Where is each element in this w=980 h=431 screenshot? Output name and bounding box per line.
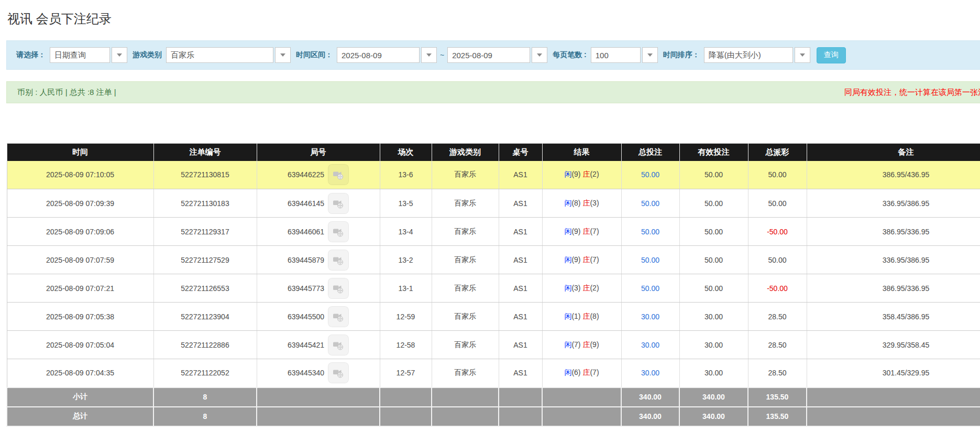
date-from-picker[interactable] [337,47,437,63]
video-replay-button[interactable] [328,306,349,327]
per-page-select[interactable] [591,47,658,63]
result-player-label: 闲 [564,312,571,320]
cell-result: 闲(3) 庄(2) [542,274,621,303]
result-player-label: 闲 [564,170,571,178]
cell-payout: 50.00 [748,246,807,274]
cell-session: 12-59 [380,303,432,331]
video-camera-icon [332,339,345,351]
video-replay-button[interactable] [328,221,349,242]
totals-valid-bet: 340.00 [679,407,748,426]
table-row: 2025-08-09 07:09:39 522721130183 6394461… [7,189,980,218]
cell-table-no: AS1 [499,246,542,274]
date-from-dropdown-button[interactable] [421,47,437,63]
video-replay-button[interactable] [328,278,349,299]
video-replay-button[interactable] [328,362,349,383]
cell-valid-bet: 50.00 [679,189,748,218]
result-player-label: 闲 [564,227,571,235]
time-range-label: 时间区间： [296,50,333,60]
cell-valid-bet: 50.00 [679,161,748,189]
video-replay-button[interactable] [328,335,349,355]
time-sort-dropdown-button[interactable] [795,47,810,63]
round-id-text: 639446225 [288,170,324,179]
cell-bet-id: 522721122052 [153,359,257,387]
cell-game-type: 百家乐 [432,331,499,359]
date-from-input[interactable] [337,47,420,63]
total-bet-link[interactable]: 50.00 [641,199,659,208]
date-to-picker[interactable] [447,47,547,63]
video-replay-button[interactable] [328,193,349,214]
valid-bet-notice: 同局有效投注，统一计算在该局第一张注单 [844,88,980,98]
round-id-text: 639446061 [288,228,324,236]
game-type-label: 游戏类别 [133,50,162,60]
date-to-dropdown-button[interactable] [532,47,547,63]
chevron-down-icon [537,53,542,57]
cell-bet-id: 522721122886 [153,331,257,359]
totals-empty-game [432,407,499,426]
cell-table-no: AS1 [499,359,542,387]
game-type-input[interactable] [166,47,273,63]
cell-payout: -50.00 [748,274,807,303]
total-bet-link[interactable]: 30.00 [641,341,659,349]
result-player-score: (3) [571,284,580,292]
totals-row: 总计 8 340.00 340.00 135.50 [7,407,980,426]
time-sort-input[interactable] [704,47,793,63]
video-replay-button[interactable] [328,164,349,185]
cell-round-id: 639445500 [257,303,380,331]
total-bet-link[interactable]: 50.00 [641,256,659,264]
total-bet-link[interactable]: 50.00 [641,284,659,293]
cell-bet-id: 522721123904 [153,303,257,331]
round-id-text: 639445340 [288,369,324,377]
page: 视讯 会员下注纪录 请选择： 游戏类别 时间区间： ~ 每页笔数 : 时间排序： [0,10,980,427]
totals-empty-session [380,407,432,426]
video-replay-button[interactable] [328,250,349,271]
total-bet-link[interactable]: 30.00 [641,369,659,377]
cell-payout: 28.50 [748,331,807,359]
cell-table-no: AS1 [499,331,542,359]
per-page-dropdown-button[interactable] [642,47,658,63]
total-bet-link[interactable]: 30.00 [641,313,659,321]
column-header: 备注 [807,144,980,161]
search-button[interactable]: 查询 [817,47,846,63]
query-type-input[interactable] [50,47,110,63]
time-sort-select[interactable] [704,47,810,63]
query-type-select[interactable] [50,47,127,63]
cell-bet-id: 522721129317 [153,218,257,246]
date-to-input[interactable] [447,47,530,63]
per-page-input[interactable] [591,47,641,63]
cell-note: 301.45/329.95 [807,359,980,387]
cell-game-type: 百家乐 [432,274,499,303]
column-header: 时间 [7,144,153,161]
query-type-dropdown-button[interactable] [112,47,127,63]
total-bet-link[interactable]: 50.00 [641,170,659,179]
total-bet-link[interactable]: 50.00 [641,228,659,236]
time-sort-label: 时间排序： [663,50,700,60]
table-row: 2025-08-09 07:05:04 522721122886 6394454… [7,331,980,359]
table-row: 2025-08-09 07:10:05 522721130815 6394462… [7,161,980,189]
cell-result: 闲(9) 庄(2) [542,161,621,189]
cell-valid-bet: 50.00 [679,246,748,274]
cell-session: 13-1 [380,274,432,303]
totals-empty-note [807,387,980,407]
cell-table-no: AS1 [499,303,542,331]
video-camera-icon [332,310,345,323]
game-type-dropdown-button[interactable] [275,47,291,63]
totals-empty-round [257,407,380,426]
chevron-down-icon [426,53,432,57]
totals-payout: 135.50 [748,387,807,407]
table-row: 2025-08-09 07:07:21 522721126553 6394457… [7,274,980,303]
result-player-score: (9) [571,227,580,235]
result-banker-label: 庄 [582,340,590,349]
result-player-label: 闲 [564,284,571,292]
result-player-score: (7) [571,340,580,349]
cell-result: 闲(8) 庄(3) [542,189,621,218]
cell-table-no: AS1 [499,189,542,218]
result-banker-score: (7) [590,227,599,235]
game-type-select[interactable] [166,47,291,63]
totals-empty-table [499,407,542,426]
video-camera-icon [332,168,345,181]
result-banker-score: (2) [590,170,599,178]
totals-valid-bet: 340.00 [679,387,748,407]
cell-result: 闲(9) 庄(7) [542,246,621,274]
cell-table-no: AS1 [499,274,542,303]
cell-bet-id: 522721127529 [153,246,257,274]
